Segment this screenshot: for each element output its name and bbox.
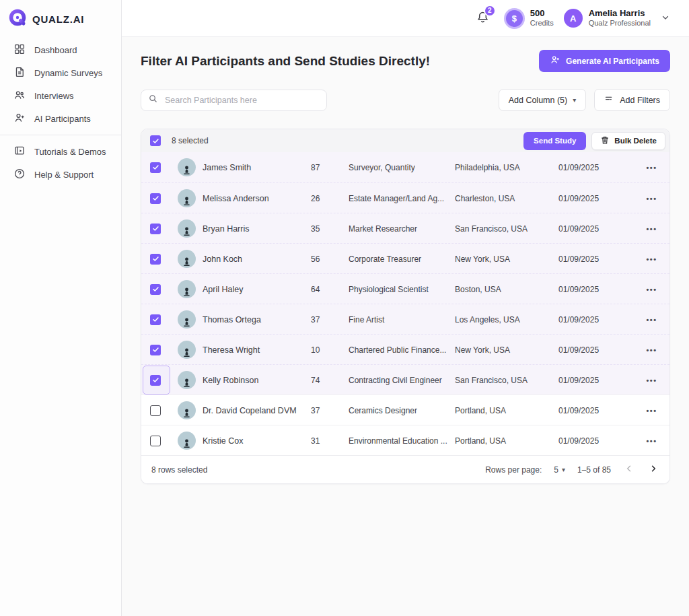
row-checkbox-cell (141, 335, 172, 365)
video-tutorials-icon (13, 145, 26, 159)
row-checkbox[interactable] (150, 375, 161, 386)
coin-icon: $ (504, 8, 525, 29)
sidebar-item-label: Interviews (34, 91, 74, 101)
participant-avatar-icon (178, 310, 196, 329)
row-checkbox[interactable] (150, 284, 161, 295)
row-checkbox-cell (141, 304, 172, 335)
user-menu[interactable]: A Amelia Harris Qualz Professional (564, 8, 672, 28)
row-actions-button[interactable]: ••• (641, 161, 662, 174)
next-page-button[interactable] (647, 463, 659, 477)
brand-logo[interactable]: QUALZ.AI (0, 0, 121, 37)
participant-cell: Theresa Wright (172, 341, 311, 359)
caret-down-icon: ▾ (573, 96, 576, 104)
row-checkbox[interactable] (150, 254, 161, 265)
sidebar-divider (0, 135, 121, 135)
participant-avatar-icon (178, 158, 196, 176)
participant-avatar-icon (178, 401, 196, 419)
person-add-icon (13, 112, 26, 126)
add-filters-button[interactable]: Add Filters (594, 89, 670, 111)
participant-name: April Haley (203, 285, 243, 294)
add-column-button[interactable]: Add Column (5) ▾ (499, 89, 587, 111)
participant-age: 56 (311, 254, 349, 264)
selection-toolbar: 8 selected Send Study Bulk Delete (141, 129, 669, 152)
participant-cell: April Haley (172, 280, 311, 298)
sidebar: QUALZ.AI Dashboard Dynamic Surveys (0, 0, 122, 616)
participant-avatar-icon (178, 341, 196, 359)
row-checkbox[interactable] (150, 193, 161, 204)
generate-ai-participants-button[interactable]: Generate AI Participants (539, 50, 670, 72)
search-input[interactable] (164, 95, 320, 106)
sidebar-item-interviews[interactable]: Interviews (0, 84, 121, 107)
row-checkbox[interactable] (150, 224, 161, 234)
participant-avatar-icon (178, 371, 196, 389)
row-actions-button[interactable]: ••• (641, 374, 662, 387)
pagination-range: 1–5 of 85 (577, 465, 611, 475)
participant-location: Portland, USA (455, 406, 558, 415)
participant-age: 74 (311, 376, 349, 385)
row-checkbox[interactable] (150, 314, 161, 325)
row-checkbox-cell (141, 274, 172, 304)
chevron-left-icon (624, 464, 634, 475)
row-checkbox-cell (141, 395, 172, 425)
previous-page-button[interactable] (623, 463, 635, 477)
participant-occupation: Physiological Scientist (349, 285, 455, 294)
credits-display[interactable]: $ 500 Credits (504, 8, 554, 29)
sidebar-item-ai-participants[interactable]: AI Participants (0, 107, 121, 130)
notifications-button[interactable]: 2 (476, 10, 490, 27)
row-actions-button[interactable]: ••• (641, 252, 662, 266)
document-icon (13, 66, 26, 80)
participant-date: 01/09/2025 (558, 194, 634, 203)
participant-occupation: Environmental Education ... (349, 436, 455, 446)
row-checkbox[interactable] (150, 405, 161, 416)
main-area: 2 $ 500 Credits A Amelia Harris Qualz Pr… (122, 0, 689, 616)
row-actions-button[interactable]: ••• (641, 192, 662, 205)
participant-avatar-icon (178, 280, 196, 298)
row-checkbox[interactable] (150, 345, 161, 355)
participant-date: 01/09/2025 (558, 285, 634, 294)
participant-name: Thomas Ortega (203, 315, 261, 324)
row-checkbox-cell (141, 152, 172, 182)
sidebar-item-label: Help & Support (34, 170, 94, 180)
table-row: Kelly Robinson 74 Contracting Civil Engi… (141, 364, 669, 395)
person-add-icon (550, 55, 560, 67)
content-area: Filter AI Participants and Send Studies … (122, 37, 689, 616)
participant-date: 01/09/2025 (558, 345, 634, 355)
user-menu-chevron[interactable] (659, 11, 672, 26)
row-actions-button[interactable]: ••• (641, 343, 662, 357)
sidebar-item-dashboard[interactable]: Dashboard (0, 38, 121, 61)
row-checkbox[interactable] (150, 162, 161, 173)
row-checkbox-cell (141, 183, 172, 213)
row-actions-button[interactable]: ••• (641, 283, 662, 296)
row-actions-button[interactable]: ••• (641, 313, 662, 327)
participants-table: 8 selected Send Study Bulk Delete (141, 129, 670, 484)
participant-location: Philadelphia, USA (455, 163, 558, 172)
sidebar-item-help-support[interactable]: Help & Support (0, 163, 121, 186)
row-checkbox-cell (141, 425, 172, 456)
participant-date: 01/09/2025 (558, 406, 634, 415)
selected-count-label: 8 selected (172, 136, 209, 145)
participant-occupation: Market Researcher (349, 224, 455, 234)
send-study-button[interactable]: Send Study (523, 132, 586, 150)
row-actions-button[interactable]: ••• (641, 404, 662, 417)
rows-per-page-select[interactable]: 5 ▾ (554, 465, 565, 475)
participant-cell: John Koch (172, 250, 311, 268)
notification-count-badge: 2 (484, 5, 496, 17)
participant-age: 37 (311, 406, 349, 415)
table-row: John Koch 56 Corporate Treasurer New Yor… (141, 243, 669, 273)
table-row: Kristie Cox 31 Environmental Education .… (141, 425, 669, 455)
participant-avatar-icon (178, 250, 196, 268)
caret-down-icon: ▾ (562, 466, 565, 473)
select-all-checkbox[interactable] (150, 135, 161, 146)
sidebar-item-dynamic-surveys[interactable]: Dynamic Surveys (0, 61, 121, 84)
bulk-delete-button[interactable]: Bulk Delete (591, 132, 665, 150)
participant-location: New York, USA (455, 254, 558, 264)
table-row: Melissa Anderson 26 Estate Manager/Land … (141, 182, 669, 213)
table-row: April Haley 64 Physiological Scientist B… (141, 273, 669, 304)
row-checkbox[interactable] (150, 436, 161, 446)
row-actions-button[interactable]: ••• (641, 222, 662, 236)
participant-occupation: Estate Manager/Land Ag... (349, 194, 455, 203)
sidebar-item-tutorials-demos[interactable]: Tutorials & Demos (0, 140, 121, 163)
row-actions-button[interactable]: ••• (641, 434, 662, 448)
table-row: Bryan Harris 35 Market Researcher San Fr… (141, 213, 669, 243)
participant-cell: James Smith (172, 158, 311, 176)
